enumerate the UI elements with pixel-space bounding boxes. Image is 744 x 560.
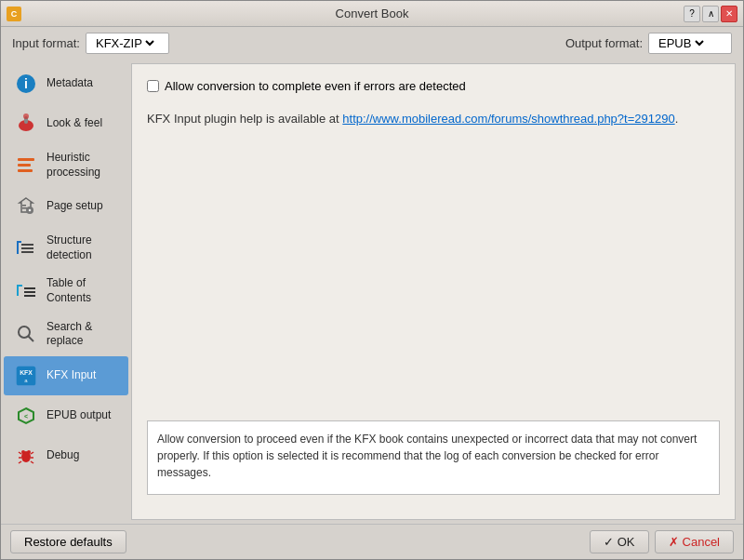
epub-icon: < [13, 403, 39, 429]
sidebar-item-search-replace[interactable]: Search & replace [4, 313, 128, 355]
input-format-label: Input format: [12, 36, 80, 50]
sidebar-label-search-replace: Search & replace [46, 320, 119, 349]
app-icon: C [7, 7, 21, 21]
link-suffix: . [675, 112, 679, 126]
ok-icon: ✓ [604, 535, 614, 549]
sidebar-item-page-setup[interactable]: Page setup [4, 187, 128, 226]
cancel-icon: ✗ [669, 535, 679, 549]
toc-icon [13, 278, 39, 304]
sidebar-label-epub-output: EPUB output [46, 408, 111, 423]
allow-errors-checkbox[interactable] [147, 80, 159, 92]
svg-point-21 [19, 327, 30, 338]
titlebar: C Convert Book ? ∧ ✕ [1, 1, 743, 27]
svg-rect-7 [18, 169, 33, 172]
output-format-label: Output format: [565, 36, 643, 50]
help-button[interactable]: ? [684, 6, 700, 22]
content-spacer [147, 140, 720, 420]
svg-text:i: i [24, 76, 28, 91]
structure-icon [13, 235, 39, 261]
help-link[interactable]: http://www.mobileread.com/forums/showthr… [342, 112, 674, 126]
sidebar-label-metadata: Metadata [46, 76, 93, 91]
sidebar-label-look-feel: Look & feel [46, 116, 102, 131]
kfx-icon: KFX a [13, 363, 39, 389]
input-format-group: Input format: KFX-ZIP [12, 33, 169, 54]
close-button[interactable]: ✕ [721, 6, 737, 22]
main-window: C Convert Book ? ∧ ✕ Input format: KFX-Z… [0, 0, 744, 560]
search-replace-icon [13, 321, 39, 347]
svg-point-4 [23, 113, 29, 119]
svg-line-35 [19, 461, 21, 463]
cancel-button[interactable]: ✗ Cancel [655, 530, 734, 553]
sidebar-item-structure[interactable]: Structure detection [4, 227, 128, 269]
format-bar: Input format: KFX-ZIP Output format: EPU… [1, 27, 743, 60]
input-format-select[interactable]: KFX-ZIP [86, 33, 169, 54]
sidebar-label-structure: Structure detection [46, 233, 119, 262]
svg-line-32 [31, 452, 33, 454]
svg-rect-14 [21, 247, 33, 249]
svg-text:<: < [24, 413, 28, 420]
error-checkbox-row: Allow conversion to complete even if err… [147, 79, 720, 93]
link-prefix: KFX Input plugin help is available at [147, 112, 342, 126]
output-format-group: Output format: EPUB [565, 33, 732, 54]
sidebar-item-debug[interactable]: Debug [4, 436, 128, 475]
sidebar-item-heuristic[interactable]: Heuristic processing [4, 144, 128, 186]
svg-rect-8 [22, 205, 26, 207]
help-link-row: KFX Input plugin help is available at ht… [147, 112, 720, 126]
sidebar-item-metadata[interactable]: i Metadata [4, 64, 128, 103]
main-content: i Metadata Look & feel [1, 60, 743, 524]
svg-line-31 [19, 452, 21, 454]
sidebar-label-heuristic: Heuristic processing [46, 151, 119, 180]
input-format-dropdown[interactable]: KFX-ZIP [92, 35, 157, 51]
window-controls: ? ∧ ✕ [684, 6, 737, 22]
content-area: Allow conversion to complete even if err… [131, 63, 736, 520]
titlebar-left: C [7, 7, 21, 21]
sidebar-label-debug: Debug [46, 448, 79, 463]
window-title: Convert Book [336, 7, 409, 20]
svg-line-36 [31, 461, 33, 463]
svg-rect-12 [17, 241, 19, 254]
cancel-label: Cancel [683, 535, 720, 549]
restore-defaults-button[interactable]: Restore defaults [10, 530, 126, 553]
svg-rect-15 [21, 251, 33, 253]
allow-errors-label[interactable]: Allow conversion to complete even if err… [165, 79, 466, 93]
look-feel-icon [13, 111, 39, 137]
svg-rect-6 [18, 164, 31, 167]
ok-label: OK [618, 535, 635, 549]
sidebar-label-kfx-input: KFX Input [46, 368, 96, 383]
svg-rect-17 [17, 285, 19, 296]
sidebar-label-page-setup: Page setup [46, 199, 103, 214]
svg-rect-18 [24, 287, 35, 289]
sidebar-label-toc: Table of Contents [46, 276, 119, 305]
description-text: Allow conversion to proceed even if the … [157, 433, 697, 479]
output-format-dropdown[interactable]: EPUB [655, 35, 707, 51]
sidebar-item-toc[interactable]: Table of Contents [4, 270, 128, 312]
svg-rect-5 [18, 158, 34, 161]
bottom-bar: Restore defaults ✓ OK ✗ Cancel [1, 524, 743, 559]
sidebar: i Metadata Look & feel [1, 60, 131, 524]
minimize-button[interactable]: ∧ [702, 6, 719, 22]
page-setup-icon [13, 193, 39, 220]
debug-icon [13, 443, 39, 469]
svg-rect-19 [24, 291, 35, 293]
output-format-select[interactable]: EPUB [648, 33, 732, 54]
sidebar-item-kfx-input[interactable]: KFX a KFX Input [4, 356, 128, 395]
svg-rect-13 [21, 244, 33, 246]
ok-button[interactable]: ✓ OK [590, 530, 649, 553]
metadata-icon: i [13, 71, 39, 97]
sidebar-item-look-feel[interactable]: Look & feel [4, 104, 128, 143]
sidebar-item-epub-output[interactable]: < EPUB output [4, 396, 128, 435]
action-buttons: ✓ OK ✗ Cancel [590, 530, 734, 553]
svg-text:KFX: KFX [20, 369, 33, 376]
heuristic-icon [13, 153, 39, 179]
svg-point-30 [27, 450, 31, 454]
svg-line-22 [29, 337, 34, 342]
svg-rect-20 [24, 295, 35, 297]
description-box: Allow conversion to proceed even if the … [147, 420, 720, 495]
svg-point-29 [21, 450, 25, 454]
